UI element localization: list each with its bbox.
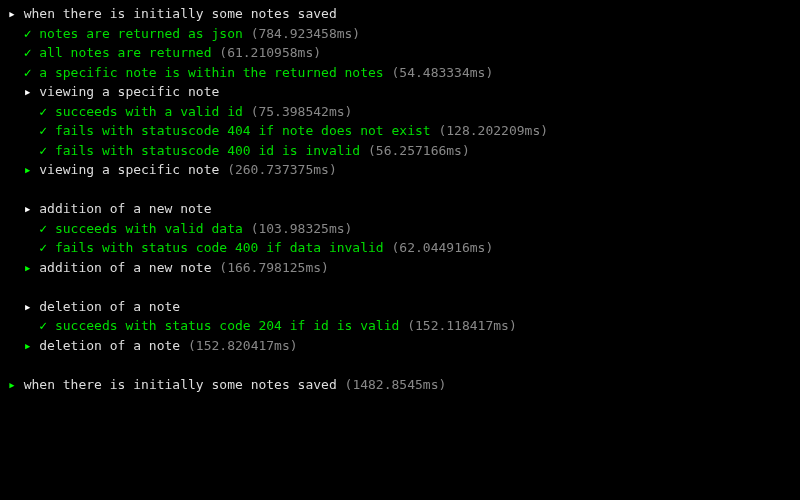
test-pass-row: ✓ notes are returned as json (784.923458… bbox=[8, 24, 792, 44]
suite-name: when there is initially some notes saved bbox=[24, 6, 337, 21]
arrow-icon: ▸ bbox=[24, 260, 32, 275]
checkmark-icon: ✓ bbox=[39, 240, 47, 255]
test-output: ▸ when there is initially some notes sav… bbox=[8, 4, 792, 394]
checkmark-icon: ✓ bbox=[39, 143, 47, 158]
suite-end-row: ▸ viewing a specific note (260.737375ms) bbox=[8, 160, 792, 180]
suite-start-row: ▸ viewing a specific note bbox=[8, 82, 792, 102]
suite-name: viewing a specific note bbox=[39, 84, 219, 99]
suite-name: deletion of a note bbox=[39, 338, 180, 353]
checkmark-icon: ✓ bbox=[39, 318, 47, 333]
test-name: notes are returned as json bbox=[39, 26, 243, 41]
checkmark-icon: ✓ bbox=[39, 123, 47, 138]
arrow-icon: ▸ bbox=[24, 84, 32, 99]
test-name: all notes are returned bbox=[39, 45, 211, 60]
suite-duration: (166.798125ms) bbox=[219, 260, 329, 275]
test-pass-row: ✓ fails with status code 400 if data inv… bbox=[8, 238, 792, 258]
test-duration: (103.98325ms) bbox=[251, 221, 353, 236]
test-pass-row: ✓ all notes are returned (61.210958ms) bbox=[8, 43, 792, 63]
test-name: fails with statuscode 404 if note does n… bbox=[55, 123, 431, 138]
suite-name: deletion of a note bbox=[39, 299, 180, 314]
suite-start-row: ▸ addition of a new note bbox=[8, 199, 792, 219]
test-duration: (54.483334ms) bbox=[392, 65, 494, 80]
checkmark-icon: ✓ bbox=[39, 221, 47, 236]
arrow-icon: ▸ bbox=[24, 201, 32, 216]
suite-name: addition of a new note bbox=[39, 260, 211, 275]
test-name: fails with status code 400 if data inval… bbox=[55, 240, 384, 255]
suite-duration: (260.737375ms) bbox=[227, 162, 337, 177]
test-pass-row: ✓ succeeds with a valid id (75.398542ms) bbox=[8, 102, 792, 122]
blank-line bbox=[8, 277, 792, 297]
arrow-icon: ▸ bbox=[24, 162, 32, 177]
suite-name: viewing a specific note bbox=[39, 162, 219, 177]
test-duration: (784.923458ms) bbox=[251, 26, 361, 41]
test-name: fails with statuscode 400 id is invalid bbox=[55, 143, 360, 158]
test-name: succeeds with a valid id bbox=[55, 104, 243, 119]
suite-name: addition of a new note bbox=[39, 201, 211, 216]
arrow-icon: ▸ bbox=[24, 338, 32, 353]
test-duration: (75.398542ms) bbox=[251, 104, 353, 119]
arrow-icon: ▸ bbox=[24, 299, 32, 314]
arrow-icon: ▸ bbox=[8, 377, 16, 392]
test-pass-row: ✓ fails with statuscode 400 id is invali… bbox=[8, 141, 792, 161]
suite-duration: (1482.8545ms) bbox=[345, 377, 447, 392]
test-duration: (128.202209ms) bbox=[438, 123, 548, 138]
test-duration: (62.044916ms) bbox=[392, 240, 494, 255]
suite-end-row: ▸ addition of a new note (166.798125ms) bbox=[8, 258, 792, 278]
arrow-icon: ▸ bbox=[8, 6, 16, 21]
blank-line bbox=[8, 180, 792, 200]
test-duration: (152.118417ms) bbox=[407, 318, 517, 333]
test-name: succeeds with status code 204 if id is v… bbox=[55, 318, 399, 333]
test-name: a specific note is within the returned n… bbox=[39, 65, 383, 80]
test-duration: (56.257166ms) bbox=[368, 143, 470, 158]
test-pass-row: ✓ a specific note is within the returned… bbox=[8, 63, 792, 83]
suite-start-row: ▸ when there is initially some notes sav… bbox=[8, 4, 792, 24]
suite-duration: (152.820417ms) bbox=[188, 338, 298, 353]
suite-end-row: ▸ deletion of a note (152.820417ms) bbox=[8, 336, 792, 356]
test-pass-row: ✓ fails with statuscode 404 if note does… bbox=[8, 121, 792, 141]
checkmark-icon: ✓ bbox=[24, 65, 32, 80]
checkmark-icon: ✓ bbox=[24, 45, 32, 60]
test-pass-row: ✓ succeeds with valid data (103.98325ms) bbox=[8, 219, 792, 239]
checkmark-icon: ✓ bbox=[39, 104, 47, 119]
suite-start-row: ▸ deletion of a note bbox=[8, 297, 792, 317]
suite-end-row: ▸ when there is initially some notes sav… bbox=[8, 375, 792, 395]
suite-name: when there is initially some notes saved bbox=[24, 377, 337, 392]
test-pass-row: ✓ succeeds with status code 204 if id is… bbox=[8, 316, 792, 336]
blank-line bbox=[8, 355, 792, 375]
test-duration: (61.210958ms) bbox=[219, 45, 321, 60]
test-name: succeeds with valid data bbox=[55, 221, 243, 236]
checkmark-icon: ✓ bbox=[24, 26, 32, 41]
